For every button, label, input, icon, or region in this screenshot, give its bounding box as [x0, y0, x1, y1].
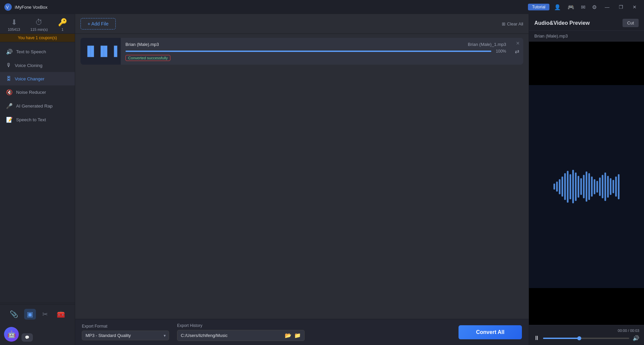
sidebar-item-speech-to-text[interactable]: 📝 Speech to Text	[0, 113, 75, 127]
waveform-bar	[570, 174, 571, 199]
seekbar-fill	[543, 338, 579, 339]
export-path-text: C:/Users/lizhifeng/Music	[181, 333, 282, 338]
titlebar: V iMyFone VoxBox Tutorial 👤 🎮 ✉ ⚙ — ❐ ✕	[0, 0, 644, 14]
seekbar[interactable]	[543, 338, 629, 339]
chatbot-avatar[interactable]: 🤖	[4, 327, 19, 342]
waveform-bar	[567, 171, 569, 203]
sidebar-item-label-speech-to-text: Speech to Text	[16, 117, 46, 122]
export-history-group: Export History C:/Users/lizhifeng/Music …	[177, 323, 305, 341]
chatbot-area: 🤖 💬	[0, 324, 75, 345]
tutorial-button[interactable]: Tutorial	[528, 4, 549, 10]
clear-all-button[interactable]: ⊞ Clear All	[502, 21, 523, 26]
sidebar-item-label-text-to-speech: Text to Speech	[16, 49, 46, 54]
export-bar: Export Format MP3 - Standard Quality Exp…	[75, 319, 529, 345]
waveform-bar	[615, 177, 617, 197]
app-logo-icon: V	[4, 3, 12, 11]
titlebar-right: Tutorial 👤 🎮 ✉ ⚙ — ❐ ✕	[528, 3, 640, 12]
scissors-icon-btn[interactable]: ✂	[40, 309, 51, 320]
speech-to-text-icon: 📝	[6, 117, 13, 123]
waveform-bar	[599, 178, 601, 196]
volume-icon[interactable]: 🔊	[633, 335, 639, 341]
sidebar-bottom: 📎 ▣ ✂ 🧰	[0, 304, 75, 324]
account-icon[interactable]: 👤	[552, 3, 563, 12]
file-list-area: ▐▌▐▌▐ Brian (Male).mp3 Brian (Male)_1.mp…	[75, 34, 529, 319]
sidebar-divider	[0, 303, 75, 303]
minimize-button[interactable]: —	[601, 3, 613, 11]
waveform-visual	[553, 170, 620, 203]
waveform-thumb-icon: ▐▌▐▌▐	[84, 46, 117, 57]
coupon-banner[interactable]: You have 1 coupon(s)	[0, 34, 75, 42]
stat-keys: 🔑 1	[58, 18, 67, 31]
sidebar-item-text-to-speech[interactable]: 🔊 Text to Speech	[0, 45, 75, 59]
waveform-bar	[594, 179, 595, 194]
waveform-bar	[588, 173, 590, 200]
noise-reducer-icon: 🔇	[6, 89, 13, 95]
export-history-label: Export History	[177, 323, 305, 328]
settings-icon[interactable]: ⚙	[590, 3, 599, 12]
sidebar-item-label-voice-cloning: Voice Cloning	[15, 63, 43, 68]
progress-bar-container	[125, 51, 491, 52]
waveform-bar	[572, 170, 574, 203]
sidebar-item-ai-generated-rap[interactable]: 🎤 AI Generated Rap	[0, 99, 75, 113]
voice-changer-icon: 🎛	[6, 76, 11, 82]
toolbar: + Add File ⊞ Clear All	[75, 14, 529, 34]
progress-percentage: 100%	[494, 49, 506, 54]
cut-button[interactable]: Cut	[623, 19, 639, 27]
stat-minutes: ⏱ 115 min(s)	[30, 18, 48, 31]
sidebar: ⬇ 105413 ⏱ 115 min(s) 🔑 1 You have 1 cou…	[0, 14, 75, 345]
file-source-name: Brian (Male).mp3	[125, 42, 159, 47]
sidebar-item-label-voice-changer: Voice Changer	[15, 76, 45, 81]
waveform-bar	[602, 175, 603, 198]
preview-title: Audio&Video Preview	[534, 20, 590, 26]
chat-bubble: 💬	[21, 333, 33, 342]
sidebar-item-noise-reducer[interactable]: 🔇 Noise Reducer	[0, 85, 75, 99]
waveform-bar	[580, 178, 582, 195]
waveform-bar	[559, 179, 560, 194]
folder-icon[interactable]: 📁	[294, 332, 301, 339]
stat-keys-value: 1	[61, 27, 63, 31]
file-card: ▐▌▐▌▐ Brian (Male).mp3 Brian (Male)_1.mp…	[80, 38, 523, 65]
waveform-bar	[612, 180, 614, 193]
convert-all-button[interactable]: Convert All	[459, 325, 522, 339]
export-path-row: C:/Users/lizhifeng/Music 📂 📁	[177, 330, 305, 341]
voice-changer-tab-icon[interactable]: ▣	[24, 309, 36, 320]
pause-button[interactable]: ⏸	[534, 335, 540, 342]
stat-minutes-value: 115 min(s)	[30, 27, 48, 31]
preview-header: Audio&Video Preview Cut	[529, 14, 644, 31]
controller-icon[interactable]: 🎮	[566, 3, 576, 12]
export-format-select[interactable]: MP3 - Standard Quality	[82, 331, 169, 340]
preview-controls: 00:00 / 00:03 ⏸ 🔊	[529, 325, 644, 345]
waveform-bar	[556, 182, 558, 192]
tools-icon-btn[interactable]: 🧰	[54, 309, 68, 320]
titlebar-left: V iMyFone VoxBox	[4, 3, 48, 11]
svg-text:V: V	[6, 5, 9, 10]
pin-icon-btn[interactable]: 📎	[7, 309, 21, 320]
swap-icon[interactable]: ⇄	[511, 48, 523, 55]
video-black-bottom	[529, 288, 644, 325]
waveform-bar	[610, 178, 611, 195]
waveform-bar	[564, 173, 566, 200]
sidebar-item-voice-changer[interactable]: 🎛 Voice Changer	[0, 72, 75, 85]
waveform-bar	[583, 175, 585, 198]
main-content: + Add File ⊞ Clear All ▐▌▐▌▐ Brian (Male…	[75, 14, 529, 345]
waveform-bar	[607, 176, 609, 198]
download-icon: ⬇	[11, 18, 17, 27]
seekbar-thumb[interactable]	[577, 336, 581, 340]
main-layout: ⬇ 105413 ⏱ 115 min(s) 🔑 1 You have 1 cou…	[0, 14, 644, 345]
maximize-button[interactable]: ❐	[615, 3, 627, 11]
open-folder-icon[interactable]: 📂	[285, 332, 291, 339]
waveform-bar	[618, 174, 620, 199]
close-button[interactable]: ✕	[629, 3, 640, 11]
playback-row: ⏸ 🔊	[534, 335, 639, 342]
sidebar-item-voice-cloning[interactable]: 🎙 Voice Cloning	[0, 59, 75, 72]
export-format-label: Export Format	[82, 324, 169, 329]
video-black-top	[529, 42, 644, 85]
email-icon[interactable]: ✉	[579, 3, 587, 12]
waveform-bar	[604, 172, 606, 201]
file-close-button[interactable]: ✕	[516, 41, 520, 46]
sidebar-item-label-ai-rap: AI Generated Rap	[16, 104, 53, 109]
export-format-select-wrap: MP3 - Standard Quality	[82, 331, 169, 340]
progress-bar-fill	[125, 51, 491, 52]
preview-filename: Brian (Male).mp3	[529, 31, 644, 42]
add-file-button[interactable]: + Add File	[80, 18, 116, 29]
